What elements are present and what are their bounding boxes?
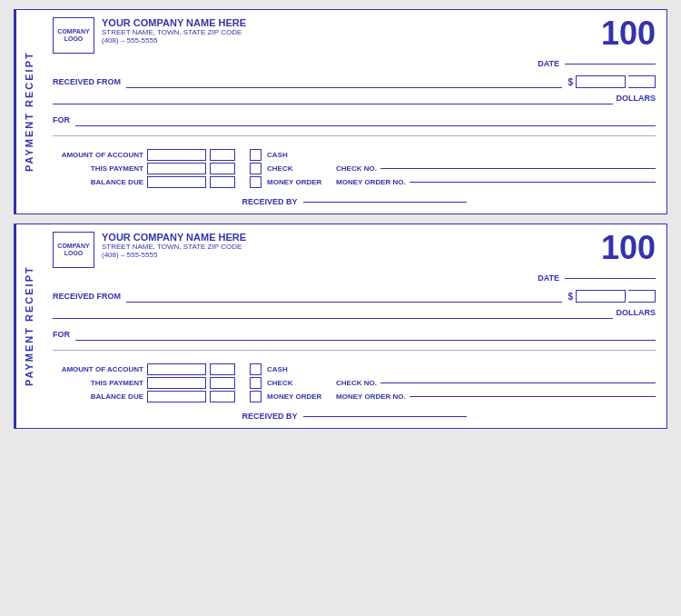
company-phone: (408) – 555-5555 (102, 36, 246, 45)
for-line[interactable] (75, 114, 656, 126)
payment-checkbox-1[interactable] (250, 377, 262, 389)
received-from-label: RECEIVED FROM (53, 77, 121, 86)
for-label: FOR (53, 330, 70, 339)
amount-box[interactable] (147, 149, 206, 161)
balance-label: BALANCE DUE (53, 178, 143, 186)
received-by-label: RECEIVED BY (242, 197, 297, 206)
payment-method-label-1: CHECK (267, 379, 331, 387)
date-input-line[interactable] (565, 64, 656, 65)
dollar-section: $ (568, 75, 656, 88)
logo-text-2: LOGO (64, 35, 84, 43)
payment-box[interactable] (147, 377, 206, 389)
amount-row: AMOUNT OF ACCOUNT (53, 149, 235, 161)
check-no-line-2[interactable] (410, 182, 656, 183)
payment-box-sm[interactable] (210, 163, 235, 174)
amount-box-main[interactable] (576, 75, 626, 88)
payment-method-label-1: CHECK (267, 164, 331, 173)
payment-method-row-2: MONEY ORDER MONEY ORDER NO. (250, 391, 656, 402)
balance-box[interactable] (147, 176, 206, 188)
check-no-label-1: CHECK NO. (336, 379, 377, 387)
payment-box[interactable] (147, 163, 206, 174)
payment-row: THIS PAYMENT (53, 377, 235, 389)
amount-box[interactable] (147, 363, 206, 375)
payment-row: THIS PAYMENT (53, 163, 235, 174)
amount-label: AMOUNT OF ACCOUNT (53, 151, 143, 159)
payment-method-label-2: MONEY ORDER (267, 178, 331, 186)
payment-checkbox-1[interactable] (250, 163, 262, 174)
received-by-line[interactable] (303, 416, 467, 417)
company-info: YOUR COMPANY NAME HERE STREET NAME, TOWN… (102, 17, 246, 45)
payment-method-row-0: CASH (250, 149, 656, 161)
payment-method-row-1: CHECK CHECK NO. (250, 377, 656, 389)
balance-row: BALANCE DUE (53, 176, 235, 188)
amount-box-sm[interactable] (210, 363, 235, 375)
received-by-row: RECEIVED BY (53, 412, 656, 421)
received-from-row: RECEIVED FROM $ (53, 75, 656, 88)
receipt-number: 100 (601, 17, 656, 50)
date-row: DATE (53, 59, 656, 68)
amount-box-main[interactable] (576, 290, 626, 303)
check-no-label-2: MONEY ORDER NO. (336, 392, 406, 401)
receipt-body: COMPANY LOGO YOUR COMPANY NAME HERE STRE… (42, 224, 666, 428)
check-no-line-2[interactable] (410, 396, 656, 397)
amount-box-cents[interactable] (628, 75, 656, 88)
header-row: COMPANY LOGO YOUR COMPANY NAME HERE STRE… (53, 17, 656, 54)
payment-checkbox-2[interactable] (250, 391, 262, 402)
amount-box-cents[interactable] (628, 290, 656, 303)
logo-text-2: LOGO (64, 250, 84, 257)
payment-label: THIS PAYMENT (53, 379, 143, 387)
check-no-section-1: CHECK NO. (336, 379, 656, 387)
payment-checkbox-0[interactable] (250, 363, 262, 375)
check-no-section-2: MONEY ORDER NO. (336, 178, 656, 186)
bottom-section: AMOUNT OF ACCOUNT THIS PAYMENT BALANCE D… (53, 149, 656, 188)
amount-box-sm[interactable] (210, 149, 235, 161)
logo-text-1: COMPANY (57, 243, 89, 250)
company-address: STREET NAME, TOWN, STATE ZIP CODE (102, 243, 246, 251)
check-no-section-1: CHECK NO. (336, 164, 656, 173)
company-name: YOUR COMPANY NAME HERE (102, 17, 246, 28)
dollar-sign: $ (568, 77, 573, 87)
payment-checkbox-2[interactable] (250, 176, 262, 188)
balance-box-sm[interactable] (210, 176, 235, 188)
left-table: AMOUNT OF ACCOUNT THIS PAYMENT BALANCE D… (53, 149, 235, 188)
dollars-line[interactable] (53, 92, 613, 104)
company-block: COMPANY LOGO YOUR COMPANY NAME HERE STRE… (53, 232, 246, 268)
company-phone: (408) – 555-5555 (102, 251, 246, 259)
received-from-label: RECEIVED FROM (53, 292, 121, 301)
sidebar-label: PAYMENT RECEIPT (15, 10, 42, 214)
payment-method-label-0: CASH (267, 151, 331, 159)
check-no-line-1[interactable] (380, 168, 656, 169)
received-from-line[interactable] (126, 75, 562, 88)
payment-method-row-1: CHECK CHECK NO. (250, 163, 656, 174)
receipt-2: PAYMENT RECEIPT COMPANY LOGO YOUR COMPAN… (14, 224, 667, 429)
dollars-row: DOLLARS (53, 306, 656, 319)
payment-box-sm[interactable] (210, 377, 235, 389)
check-no-line-1[interactable] (380, 383, 656, 383)
header-row: COMPANY LOGO YOUR COMPANY NAME HERE STRE… (53, 232, 656, 268)
dollars-line[interactable] (53, 306, 613, 319)
company-name: YOUR COMPANY NAME HERE (102, 232, 246, 243)
date-row: DATE (53, 273, 656, 283)
amount-row: AMOUNT OF ACCOUNT (53, 363, 235, 375)
company-logo: COMPANY LOGO (53, 17, 94, 54)
date-input-line[interactable] (565, 278, 656, 279)
receipt-number: 100 (601, 232, 656, 264)
receipt-1: PAYMENT RECEIPT COMPANY LOGO YOUR COMPAN… (14, 9, 667, 214)
received-from-line[interactable] (126, 290, 562, 303)
for-row: FOR (53, 114, 656, 126)
payment-method-label-0: CASH (267, 365, 331, 373)
balance-row: BALANCE DUE (53, 391, 235, 402)
date-label: DATE (538, 273, 559, 283)
balance-box-sm[interactable] (210, 391, 235, 402)
payment-method-row-2: MONEY ORDER MONEY ORDER NO. (250, 176, 656, 188)
balance-box[interactable] (147, 391, 206, 402)
company-info: YOUR COMPANY NAME HERE STREET NAME, TOWN… (102, 232, 246, 259)
for-line[interactable] (75, 328, 656, 341)
payment-checkbox-0[interactable] (250, 149, 262, 161)
divider (53, 135, 656, 136)
check-no-label-2: MONEY ORDER NO. (336, 178, 406, 186)
dollars-label: DOLLARS (617, 308, 656, 317)
received-by-line[interactable] (303, 202, 467, 203)
company-logo: COMPANY LOGO (53, 232, 94, 268)
bottom-section: AMOUNT OF ACCOUNT THIS PAYMENT BALANCE D… (53, 363, 656, 402)
